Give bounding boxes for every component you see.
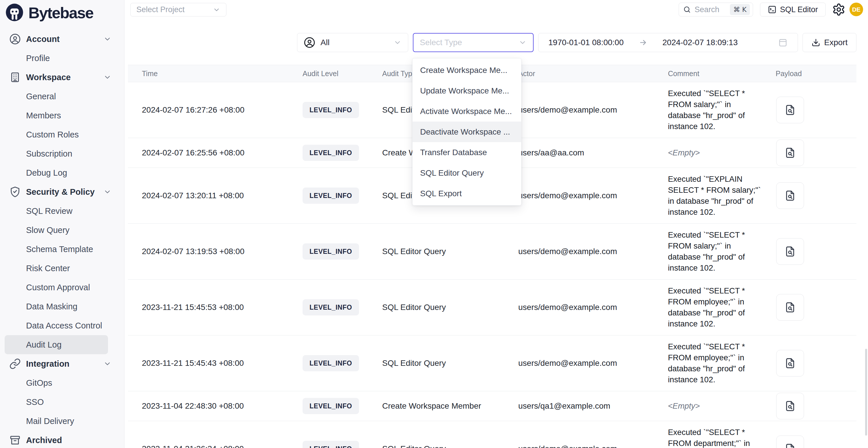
search-input[interactable] bbox=[694, 5, 726, 14]
terminal-icon bbox=[768, 5, 776, 14]
sidebar-item[interactable]: Mail Delivery bbox=[0, 412, 124, 430]
audit-type-cell: SQL Editor Query bbox=[382, 444, 446, 448]
sidebar-group-label: Security & Policy bbox=[26, 187, 95, 197]
sidebar-group-security-policy[interactable]: Security & Policy bbox=[0, 182, 124, 201]
date-from: 1970-01-01 08:00:00 bbox=[548, 38, 624, 47]
bytebase-app: Bytebase Account Profile Workspace Gener… bbox=[0, 0, 868, 448]
sidebar-item[interactable]: Members bbox=[0, 106, 124, 125]
type-dropdown-option[interactable]: Create Workspace Me... bbox=[412, 60, 521, 81]
sidebar-section-workspace: GeneralMembersCustom RolesSubscriptionDe… bbox=[0, 87, 124, 182]
export-button[interactable]: Export bbox=[803, 33, 857, 52]
actor-cell: users/demo@example.com bbox=[518, 191, 617, 200]
global-search[interactable]: ⌘ K bbox=[679, 3, 753, 17]
payload-view-button[interactable] bbox=[776, 294, 804, 321]
audit-level-badge: LEVEL_INFO bbox=[303, 244, 359, 260]
actor-cell: users/demo@example.com bbox=[518, 105, 617, 115]
file-search-icon bbox=[784, 301, 796, 313]
sidebar-item[interactable]: Subscription bbox=[0, 144, 124, 163]
sidebar-item[interactable]: Schema Template bbox=[0, 239, 124, 259]
sidebar-section-account: Profile bbox=[0, 49, 124, 68]
column-header-payload: Payload bbox=[776, 69, 802, 78]
actor-cell: users/demo@example.com bbox=[518, 444, 617, 448]
sidebar-item[interactable]: Data Masking bbox=[0, 297, 124, 316]
actor-cell: users/aa@aa.com bbox=[518, 148, 584, 157]
type-dropdown-option[interactable]: Transfer Database bbox=[412, 142, 521, 163]
type-filter-select[interactable]: Select Type bbox=[413, 33, 534, 52]
sidebar-group-label: Integration bbox=[26, 359, 69, 369]
sidebar-item[interactable]: Data Access Control bbox=[0, 316, 124, 335]
sidebar-group-integration[interactable]: Integration bbox=[0, 354, 124, 373]
download-icon bbox=[811, 38, 820, 47]
sidebar-item[interactable]: Audit Log bbox=[5, 335, 108, 354]
sidebar-group-workspace[interactable]: Workspace bbox=[0, 68, 124, 87]
audit-level-badge: LEVEL_INFO bbox=[303, 188, 359, 204]
table-row: Executed `"SELECT * FROM employee;"` in … bbox=[128, 335, 857, 391]
link-icon bbox=[9, 358, 21, 370]
sidebar-item-archived[interactable]: Archived bbox=[0, 430, 124, 448]
comment-cell: Executed `"SELECT * FROM employee;"` in … bbox=[668, 285, 776, 329]
type-dropdown-menu: Create Workspace Me... Update Workspace … bbox=[412, 58, 521, 205]
chevron-down-icon bbox=[519, 38, 527, 46]
payload-view-button[interactable] bbox=[776, 238, 804, 265]
bytebase-logo-icon bbox=[5, 3, 24, 22]
vertical-scrollbar[interactable] bbox=[865, 349, 867, 436]
project-select[interactable]: Select Project bbox=[130, 3, 226, 17]
sidebar-item[interactable]: General bbox=[0, 87, 124, 106]
building-icon bbox=[9, 71, 21, 83]
chevron-down-icon bbox=[213, 6, 220, 13]
audit-level-badge: LEVEL_INFO bbox=[303, 299, 359, 315]
payload-view-button[interactable] bbox=[776, 436, 804, 448]
search-shortcut-badge: ⌘ K bbox=[730, 4, 750, 15]
column-header-audit-type: Audit Type bbox=[382, 69, 416, 78]
payload-view-button[interactable] bbox=[776, 350, 804, 377]
sidebar-item[interactable]: Custom Roles bbox=[0, 125, 124, 144]
date-range-picker[interactable]: 1970-01-01 08:00:00 2024-02-07 18:09:13 bbox=[538, 33, 798, 52]
file-search-icon bbox=[784, 147, 796, 159]
sidebar-item[interactable]: SSO bbox=[0, 392, 124, 412]
sidebar-group-label: Workspace bbox=[26, 73, 71, 82]
sidebar-item[interactable]: Debug Log bbox=[0, 163, 124, 182]
sidebar-item[interactable]: GitOps bbox=[0, 373, 124, 392]
file-search-icon bbox=[784, 246, 796, 258]
audit-type-cell: SQL Editor Query bbox=[382, 359, 446, 368]
shield-check-icon bbox=[9, 186, 21, 198]
user-avatar[interactable]: DE bbox=[849, 3, 863, 16]
bytebase-logo[interactable]: Bytebase bbox=[0, 0, 124, 23]
time-cell: 2024-02-07 16:27:26 +08:00 bbox=[142, 105, 244, 115]
sidebar-section-integration: GitOpsSSOMail Delivery bbox=[0, 373, 124, 430]
actor-cell: users/demo@example.com bbox=[518, 359, 617, 368]
actor-filter-select[interactable]: All bbox=[297, 33, 408, 52]
type-dropdown-option[interactable]: SQL Editor Query bbox=[412, 163, 521, 183]
payload-view-button[interactable] bbox=[776, 139, 804, 166]
user-circle-icon bbox=[304, 37, 315, 48]
payload-view-button[interactable] bbox=[776, 393, 804, 419]
user-circle-icon bbox=[9, 33, 21, 45]
sidebar: Bytebase Account Profile Workspace Gener… bbox=[0, 0, 124, 448]
settings-gear-icon[interactable] bbox=[832, 3, 845, 16]
comment-cell: Executed `"SELECT * FROM employee;"` in … bbox=[668, 341, 776, 385]
type-filter-placeholder: Select Type bbox=[420, 38, 462, 47]
sidebar-item[interactable]: SQL Review bbox=[0, 201, 124, 221]
type-dropdown-option[interactable]: Update Workspace Me... bbox=[412, 81, 521, 101]
payload-view-button[interactable] bbox=[776, 182, 804, 209]
sidebar-item[interactable]: Risk Center bbox=[0, 259, 124, 278]
type-dropdown-option[interactable]: Activate Workspace Me... bbox=[412, 101, 521, 122]
chevron-down-icon bbox=[103, 188, 112, 196]
sql-editor-button[interactable]: SQL Editor bbox=[760, 3, 826, 17]
time-cell: 2024-02-07 13:20:11 +08:00 bbox=[142, 191, 244, 200]
sidebar-group-account[interactable]: Account bbox=[0, 30, 124, 49]
payload-view-button[interactable] bbox=[776, 97, 804, 123]
table-row: Executed `"SELECT * FROM salary;"` in da… bbox=[128, 224, 857, 280]
date-to: 2024-02-07 18:09:13 bbox=[662, 38, 738, 47]
sidebar-item[interactable]: Custom Approval bbox=[0, 278, 124, 297]
actor-cell: users/qa1@example.com bbox=[518, 402, 610, 411]
search-icon bbox=[683, 5, 691, 13]
calendar-icon bbox=[778, 38, 788, 47]
time-cell: 2023-11-04 21:26:34 +08:00 bbox=[142, 444, 244, 448]
sidebar-item[interactable]: Profile bbox=[0, 49, 124, 68]
comment-cell: Executed `"SELECT * FROM department;"` i… bbox=[668, 427, 776, 448]
actor-cell: users/demo@example.com bbox=[518, 247, 617, 256]
type-dropdown-option[interactable]: SQL Export bbox=[412, 183, 521, 204]
sidebar-item[interactable]: Slow Query bbox=[0, 221, 124, 239]
type-dropdown-option[interactable]: Deactivate Workspace ... bbox=[412, 122, 521, 142]
